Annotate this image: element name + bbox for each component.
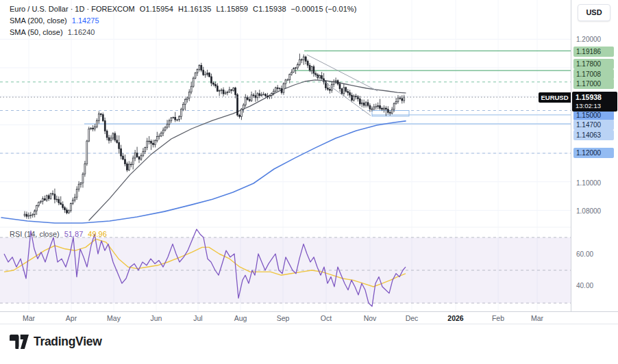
currency-toggle-button[interactable]: USD <box>578 4 610 21</box>
time-axis-label: Dec <box>406 314 419 322</box>
sma200-legend-row[interactable]: SMA (200, close) 1.14275 <box>10 16 99 25</box>
widget-bottom-border <box>0 324 618 324</box>
rsi-value: 51.87 <box>64 230 84 238</box>
last-price-value: 1.15938 <box>576 93 617 102</box>
price-axis-label: 1.14063 <box>573 130 614 140</box>
time-axis-label: Feb <box>492 314 504 322</box>
rsi-ma-value: 49.96 <box>88 230 107 238</box>
support-resistance-lines <box>0 51 571 153</box>
bar-countdown: 13:02:13 <box>576 102 617 109</box>
time-axis[interactable]: MarAprMayJunJulAugSepOctNovDec2026FebMar <box>0 311 618 325</box>
rsi-legend-row[interactable]: RSI (14, close) 51.87 49.96 <box>10 230 107 238</box>
price-axis-label: 1.12000 <box>573 148 614 158</box>
open-value: O1.15954 <box>140 5 173 13</box>
chart-widget: Euro / U.S. Dollar · 1D · FOREXCOM O1.15… <box>0 0 618 364</box>
time-axis-label: Jun <box>151 314 162 322</box>
tradingview-logo[interactable]: TradingView <box>10 335 101 349</box>
time-axis-label: Jul <box>193 314 202 322</box>
price-axis[interactable]: 1.200001.191861.178001.170081.170001.150… <box>571 0 618 311</box>
price-axis-label: 1.10000 <box>573 178 614 188</box>
symbol-title: Euro / U.S. Dollar · 1D · FOREXCOM <box>10 5 135 13</box>
tradingview-logo-icon <box>10 335 29 349</box>
low-value: L1.15859 <box>216 5 248 13</box>
price-axis-label: 1.14700 <box>573 120 614 130</box>
sma50-legend-row[interactable]: SMA (50, close) 1.16240 <box>10 28 95 36</box>
time-axis-label: Oct <box>321 314 332 322</box>
time-axis-label: 2026 <box>447 314 463 322</box>
sma200-value: 1.14275 <box>72 16 99 25</box>
price-axis-label: 1.15000 <box>573 110 614 120</box>
candlestick-series <box>24 53 405 219</box>
price-axis-label: 1.19186 <box>573 47 614 57</box>
tradingview-logo-text: TradingView <box>34 335 101 349</box>
trendlines <box>307 55 378 116</box>
price-axis-label: 1.17008 <box>573 69 614 79</box>
high-value: H1.16135 <box>178 5 212 13</box>
time-axis-label: Apr <box>66 314 77 322</box>
time-axis-label: Mar <box>23 314 35 322</box>
close-value: C1.15938 <box>253 5 286 13</box>
chart-plot-area[interactable] <box>0 0 618 325</box>
price-axis-label: 40.00 <box>573 281 614 291</box>
sma50-value: 1.16240 <box>68 28 95 36</box>
sma50-label: SMA (50, close) <box>10 28 63 36</box>
symbol-legend-row[interactable]: Euro / U.S. Dollar · 1D · FOREXCOM O1.15… <box>10 5 357 13</box>
time-axis-label: Nov <box>364 314 377 322</box>
sma200-label: SMA (200, close) <box>10 16 67 25</box>
price-axis-label: 1.08000 <box>573 206 614 216</box>
price-axis-label: 1.17800 <box>573 59 614 69</box>
price-axis-label: 60.00 <box>573 249 614 259</box>
time-axis-label: Mar <box>531 314 543 322</box>
price-axis-label: 1.17000 <box>573 79 614 89</box>
change-value: −0.00015 (−0.01%) <box>291 5 357 13</box>
price-axis-label: 1.20000 <box>573 34 614 44</box>
symbol-price-tag: EURUSD <box>539 92 571 103</box>
rsi-label: RSI (14, close) <box>10 230 60 238</box>
time-axis-label: May <box>107 314 121 322</box>
time-axis-label: Aug <box>234 314 247 322</box>
time-axis-label: Sep <box>277 314 290 322</box>
last-price-axis-label: 1.15938 13:02:13 <box>572 92 617 112</box>
